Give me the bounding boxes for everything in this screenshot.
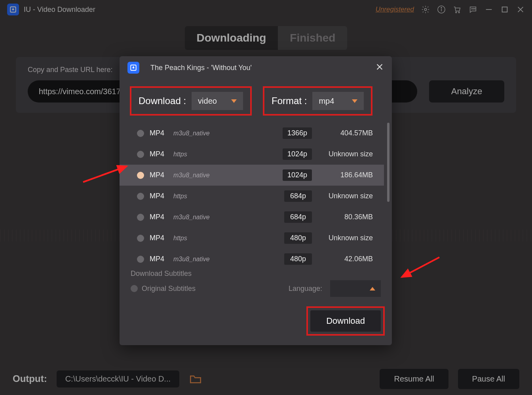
format-size: Unknown size <box>317 234 373 242</box>
format-row[interactable]: MP4https684pUnknown size <box>120 186 384 207</box>
format-name: MP4 <box>150 171 168 179</box>
format-size: Unknown size <box>317 150 373 158</box>
close-icon[interactable] <box>516 5 525 14</box>
pause-all-button[interactable]: Pause All <box>458 369 519 389</box>
app-title: IU - Video Downloader <box>24 6 95 14</box>
output-path[interactable]: C:\Users\decck\IU - Video D... <box>57 370 179 387</box>
format-group: Format : mp4 <box>263 86 372 116</box>
format-row[interactable]: MP4https480pUnknown size <box>120 228 384 249</box>
download-options-modal: The Peach Kings - 'Without You' Download… <box>120 56 392 345</box>
format-value: mp4 <box>319 97 334 106</box>
gear-icon[interactable] <box>421 5 430 14</box>
download-type-group: Download : video <box>130 86 252 116</box>
titlebar: IU - Video Downloader Unregistered <box>0 0 532 19</box>
format-source: https <box>173 151 277 158</box>
format-name: MP4 <box>150 234 168 242</box>
svg-point-9 <box>475 8 475 9</box>
format-radio[interactable] <box>137 256 144 263</box>
minimize-icon[interactable] <box>484 5 493 14</box>
svg-point-8 <box>473 8 474 9</box>
format-radio[interactable] <box>137 214 144 221</box>
info-icon[interactable] <box>437 5 446 14</box>
modal-title: The Peach Kings - 'Without You' <box>150 64 252 72</box>
format-source: m3u8_native <box>173 214 279 221</box>
format-name: MP4 <box>150 150 168 158</box>
format-select[interactable]: mp4 <box>312 92 364 110</box>
app-icon <box>7 4 19 15</box>
svg-point-4 <box>441 8 442 8</box>
download-type-select[interactable]: video <box>192 92 243 110</box>
format-name: MP4 <box>150 255 168 263</box>
svg-rect-11 <box>502 7 507 12</box>
format-size: 404.57MB <box>317 129 373 137</box>
format-source: https <box>173 193 279 200</box>
format-size: 42.06MB <box>317 255 373 263</box>
svg-point-6 <box>458 12 460 13</box>
format-list: MP4m3u8_native1366p404.57MBMP4https1024p… <box>120 123 384 270</box>
language-select[interactable] <box>330 280 381 297</box>
analyze-button[interactable]: Analyze <box>429 80 504 103</box>
download-button[interactable]: Download <box>310 310 381 332</box>
format-row[interactable]: MP4m3u8_native1366p404.57MB <box>120 123 384 144</box>
format-row[interactable]: MP4m3u8_native1024p186.64MB <box>120 165 384 186</box>
format-source: m3u8_native <box>173 130 277 137</box>
chevron-down-icon <box>352 99 357 103</box>
format-name: MP4 <box>150 192 168 200</box>
format-radio[interactable] <box>137 193 144 200</box>
format-label: Format : <box>272 95 307 106</box>
format-resolution: 1024p <box>283 169 312 181</box>
format-radio[interactable] <box>137 130 144 137</box>
format-size: 186.64MB <box>317 171 373 179</box>
bottom-bar: Output: C:\Users\decck\IU - Video D... R… <box>0 363 532 395</box>
svg-point-5 <box>456 12 457 13</box>
language-label: Language: <box>289 285 322 293</box>
download-button-highlight: Download <box>306 306 385 336</box>
tabs-bar: Downloading Finished <box>0 19 532 53</box>
format-row[interactable]: MP4m3u8_native480p42.06MB <box>120 249 384 270</box>
chevron-down-icon <box>231 99 237 103</box>
format-row[interactable]: MP4https1024pUnknown size <box>120 144 384 165</box>
modal-app-icon <box>127 62 139 74</box>
format-source: https <box>173 235 279 242</box>
scrollbar[interactable] <box>387 123 390 202</box>
tab-downloading[interactable]: Downloading <box>185 26 278 50</box>
output-label: Output: <box>13 373 47 384</box>
format-name: MP4 <box>150 129 168 137</box>
chat-icon[interactable] <box>469 5 477 14</box>
original-subtitles-radio[interactable] <box>131 285 138 292</box>
download-type-label: Download : <box>139 95 186 106</box>
format-resolution: 684p <box>284 190 312 202</box>
original-subtitles-label: Original Subtitles <box>142 285 285 293</box>
format-radio[interactable] <box>137 172 144 179</box>
format-size: Unknown size <box>317 192 373 200</box>
download-type-value: video <box>198 97 217 106</box>
format-resolution: 684p <box>284 211 312 223</box>
svg-point-7 <box>471 8 472 9</box>
format-radio[interactable] <box>137 151 144 158</box>
format-size: 80.36MB <box>317 213 373 221</box>
format-resolution: 480p <box>284 232 312 244</box>
modal-close-button[interactable] <box>375 63 384 73</box>
tab-finished[interactable]: Finished <box>278 26 347 50</box>
format-name: MP4 <box>150 213 168 221</box>
format-resolution: 480p <box>284 253 312 265</box>
subtitles-title: Download Subtitles <box>131 270 381 278</box>
format-radio[interactable] <box>137 235 144 242</box>
chevron-up-icon <box>370 287 375 291</box>
maximize-icon[interactable] <box>500 5 509 14</box>
format-source: m3u8_native <box>173 172 277 179</box>
svg-point-1 <box>424 8 427 11</box>
format-row[interactable]: MP4m3u8_native684p80.36MB <box>120 207 384 228</box>
folder-icon[interactable] <box>189 372 202 386</box>
format-source: m3u8_native <box>173 256 279 263</box>
resume-all-button[interactable]: Resume All <box>380 369 448 389</box>
unregistered-link[interactable]: Unregistered <box>376 6 414 13</box>
cart-icon[interactable] <box>453 5 462 14</box>
format-resolution: 1024p <box>283 148 312 160</box>
format-resolution: 1366p <box>283 127 312 139</box>
